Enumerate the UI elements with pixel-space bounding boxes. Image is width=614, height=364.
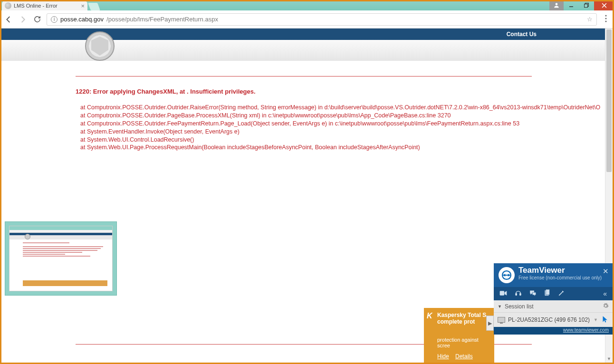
window-close-button[interactable] [594,0,614,10]
teamviewer-panel: ▶ TeamViewer Free license (non-commercia… [494,263,613,335]
browser-titlebar: LMS Online - Error × [0,0,614,10]
chevron-down-icon[interactable]: ▼ [594,317,598,322]
chrome-menu-button[interactable] [602,15,610,24]
svg-rect-15 [546,289,549,295]
stack-line: at System.EventHandler.Invoke(Object sen… [80,128,613,136]
url-host: posse.cabq.gov [60,16,104,23]
svg-rect-12 [516,293,517,295]
address-bar[interactable]: i posse.cabq.gov/posse/pub/lms/FeePaymen… [47,13,597,26]
monitor-icon [498,317,505,323]
svg-point-7 [605,18,606,19]
url-path: /posse/pub/lms/FeePaymentReturn.aspx [106,16,218,23]
site-banner [1,40,613,61]
browser-toolbar: i posse.cabq.gov/posse/pub/lms/FeePaymen… [0,10,614,29]
tv-collapse-icon[interactable]: « [603,290,607,297]
bookmark-star-icon[interactable]: ☆ [587,16,593,23]
kaspersky-details-link[interactable]: Details [455,353,473,360]
cursor-icon[interactable] [602,316,609,324]
window-preview-thumbnail[interactable] [5,221,117,296]
tab-favicon [5,2,11,9]
teamviewer-session-area: ▼ Session list PL-2UA5281ZGC (499 676 10… [494,300,613,327]
tab-close-icon[interactable]: × [81,2,85,10]
kaspersky-title-2: complete prot [437,318,475,325]
chevron-down-icon: ▼ [498,304,502,309]
browser-tab[interactable]: LMS Online - Error × [2,1,87,10]
divider [76,76,532,77]
svg-rect-3 [585,4,588,8]
reload-button[interactable] [32,15,42,24]
tv-whiteboard-icon[interactable] [558,290,565,298]
teamviewer-logo-icon [499,267,515,283]
gear-icon[interactable] [603,303,609,310]
window-restore-button[interactable] [579,0,594,10]
teamviewer-subtitle: Free license (non-commercial use only) [518,275,602,281]
teamviewer-toolbar: « [494,287,613,300]
scroll-down-icon[interactable]: ▼ [605,355,613,363]
stack-line: at Computronix.POSSE.Outrider.Outrider.R… [80,104,613,112]
new-tab-button[interactable] [88,3,100,10]
preview-content [9,226,113,291]
stack-line: at System.Web.UI.Control.LoadRecursive() [80,136,613,144]
kaspersky-logo-icon: K [427,312,432,320]
site-info-icon[interactable]: i [51,16,58,23]
session-list-label: Session list [505,303,534,310]
stack-trace: at Computronix.POSSE.Outrider.Outrider.R… [76,104,613,152]
tv-audio-icon[interactable] [515,289,522,298]
back-button[interactable] [4,15,13,24]
window-controls [549,0,614,10]
svg-rect-11 [500,291,504,295]
tv-chat-icon[interactable] [529,290,537,298]
session-list-item[interactable]: PL-2UA5281ZGC (499 676 102) ▼ [494,313,613,327]
page-content: 1220: Error applying ChangesXML, at . In… [1,61,613,152]
city-seal-logo [85,31,115,61]
error-heading: 1220: Error applying ChangesXML, at . In… [76,88,613,95]
teamviewer-footer-link[interactable]: www.teamviewer.com [494,327,613,335]
contact-us-link[interactable]: Contact Us [507,31,537,38]
kaspersky-hide-link[interactable]: Hide [437,353,449,360]
forward-button[interactable] [18,15,28,24]
teamviewer-title: TeamViewer [518,266,602,274]
tv-video-icon[interactable] [499,290,507,297]
svg-point-0 [556,3,558,5]
stack-line: at Computronix.POSSE.Outrider.PageBase.P… [80,112,613,120]
svg-rect-13 [520,293,521,295]
kaspersky-title-1: Kaspersky Total S [437,312,486,318]
window-minimize-button[interactable] [564,0,579,10]
tv-files-icon[interactable] [544,289,550,298]
teamviewer-header: TeamViewer Free license (non-commercial … [494,263,613,287]
chrome-user-button[interactable] [549,0,564,10]
tab-strip: LMS Online - Error × [0,0,99,10]
stack-line: at System.Web.UI.Page.ProcessRequestMain… [80,144,613,152]
tab-title: LMS Online - Error [14,3,58,9]
stack-line: at Computronix.POSSE.Outrider.FeePayment… [80,120,613,128]
scrollbar-thumb[interactable] [606,29,612,172]
teamviewer-close-icon[interactable]: ✕ [603,267,609,276]
kaspersky-body: protection against scree [437,337,489,348]
svg-point-6 [605,15,606,16]
session-partner-label: PL-2UA5281ZGC (499 676 102) [508,316,590,323]
session-list-header[interactable]: ▼ Session list [494,300,613,313]
teamviewer-expand-handle[interactable]: ▶ [486,316,494,331]
kaspersky-notification: K Kaspersky Total S complete prot protec… [424,308,494,364]
svg-point-8 [605,20,606,22]
